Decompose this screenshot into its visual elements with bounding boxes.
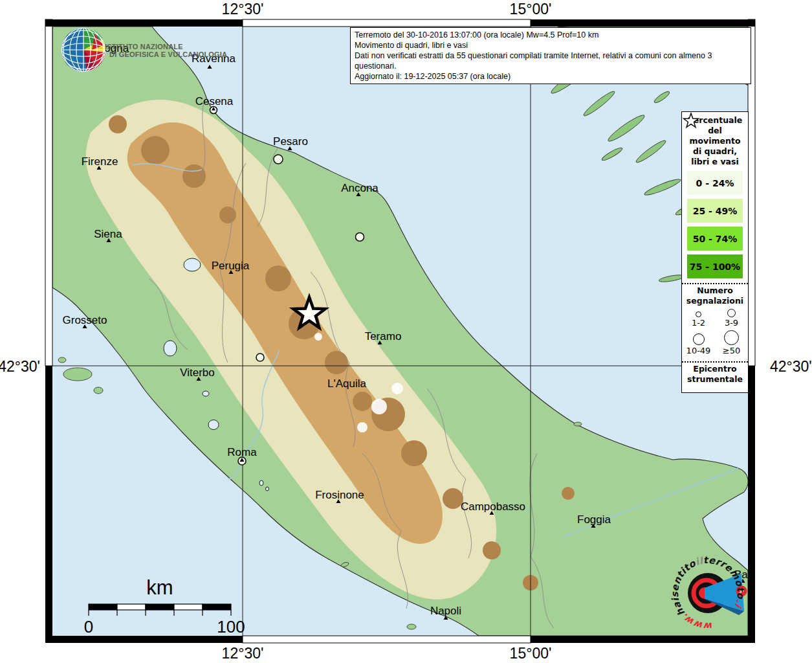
- ingv-name-line1: ISTITUTO NAZIONALE: [105, 43, 183, 51]
- city-label: Ancona: [341, 182, 379, 194]
- city-label: Campobasso: [461, 500, 525, 513]
- legend-class-label: 75 - 100%: [690, 262, 740, 272]
- legend-class-label: 50 - 74%: [693, 234, 738, 244]
- earthquake-map-page: { "title_box": { "lines": [ "Terremoto d…: [0, 0, 812, 663]
- city-label: Perugia: [212, 260, 250, 272]
- scale-unit-label: km: [146, 576, 173, 599]
- city-label: Cesena: [195, 95, 234, 107]
- scale-start-label: 0: [84, 617, 93, 636]
- city-label: Teramo: [365, 330, 402, 343]
- legend-class-0-24: 0 - 24%: [687, 171, 743, 195]
- legend-class-label: 25 - 49%: [693, 206, 738, 216]
- city-label: Pesaro: [273, 135, 308, 148]
- coord-label-left: 42°30': [0, 358, 40, 375]
- coord-label-bottom-right: 15°00': [510, 645, 552, 662]
- legend-class-50-74: 50 - 74%: [687, 227, 743, 251]
- legend-epicenter-title: Epicentro strumentale: [682, 363, 748, 385]
- coord-label-bottom-left: 12°30': [222, 645, 264, 662]
- map-terrain: Bologna Ravenna Cesena Pesaro Ancona Fir…: [52, 27, 756, 636]
- legend-panel: Percentuale del movimento di quadri, lib…: [681, 111, 749, 393]
- city-label: L'Aquila: [327, 377, 367, 390]
- city-label: Firenze: [82, 155, 118, 168]
- report-circle: [356, 233, 364, 242]
- report-size-cell: 3-9: [715, 308, 748, 329]
- scale-end-label: 100: [217, 617, 245, 636]
- report-size-circle-icon: [724, 330, 739, 345]
- coord-label-top-left: 12°30': [222, 1, 264, 17]
- city-label: Roma: [227, 446, 257, 458]
- legend-class-label: 0 - 24%: [696, 178, 734, 188]
- city-label: Napoli: [430, 605, 461, 617]
- event-info-box: Terremoto del 30-10-2016 13:07:00 (ora l…: [350, 27, 751, 84]
- event-source-line: Dati non verificati estratti da 55 quest…: [355, 51, 747, 71]
- report-size-cell: 1-2: [682, 308, 715, 329]
- report-size-cell: ≥50: [715, 329, 748, 357]
- event-updated-line: Aggiornato il: 19-12-2025 05:37 (ora loc…: [355, 71, 747, 82]
- report-circle: [256, 354, 264, 361]
- legend-epicenter-star-icon: [682, 385, 748, 392]
- city-label: Viterbo: [180, 366, 215, 379]
- legend-report-sizes: 1-2 3-9 10-49 ≥50: [682, 308, 748, 357]
- city-label: Siena: [94, 228, 122, 240]
- report-size-label: 1-2: [692, 318, 705, 328]
- coord-label-top-right: 15°00': [510, 1, 552, 17]
- report-size-circle-icon: [727, 309, 736, 317]
- report-size-cell: 10-49: [682, 329, 715, 357]
- city-label: Foggia: [577, 513, 611, 526]
- coord-label-right: 42°30': [770, 358, 812, 375]
- report-size-circle-icon: [693, 333, 705, 345]
- legend-class-25-49: 25 - 49%: [687, 199, 743, 223]
- report-size-label: 10-49: [686, 346, 711, 355]
- ingv-name-line2: DI GEOFISICA E VULCANOLOGIA: [109, 51, 227, 58]
- event-title-line: Terremoto del 30-10-2016 13:07:00 (ora l…: [355, 30, 747, 40]
- event-effect-line: Movimento di quadri, libri e vasi: [355, 40, 747, 51]
- legend-reports-title: Numero segnalazioni: [682, 284, 748, 306]
- report-circle: [274, 155, 283, 164]
- report-size-label: 3-9: [725, 318, 738, 328]
- city-label: Grosseto: [63, 314, 107, 326]
- legend-class-75-100: 75 - 100%: [687, 254, 743, 278]
- report-size-label: ≥50: [723, 346, 740, 355]
- city-label: Frosinone: [315, 489, 364, 501]
- report-size-circle-icon: [696, 311, 701, 317]
